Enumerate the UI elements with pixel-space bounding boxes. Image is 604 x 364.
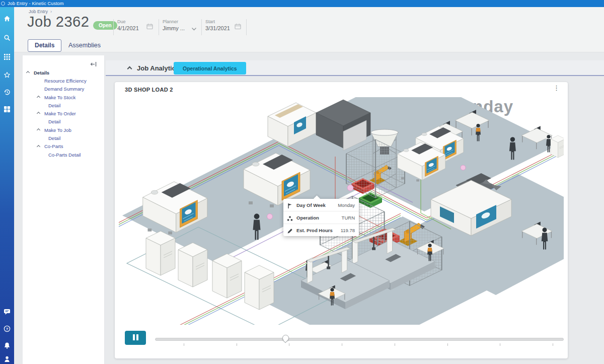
tree-caret-icon[interactable] [37, 145, 40, 149]
hierarchy-icon [287, 214, 293, 221]
tree-item-detail[interactable]: Detail [23, 118, 104, 126]
operational-analytics-button[interactable]: Operational Analytics [174, 62, 246, 75]
dashboard-icon[interactable] [4, 106, 11, 113]
slider-tick [553, 343, 553, 346]
kebab-menu-icon[interactable]: ⋮ [553, 85, 560, 91]
user-profile-icon[interactable] [4, 355, 11, 362]
app-window: Job Entry - Kinetic Custom ? Job Entry› … [0, 0, 604, 364]
tree-item-details[interactable]: Details [23, 68, 104, 77]
divider [201, 19, 202, 35]
tree-caret-icon[interactable] [26, 71, 30, 75]
page-title: Job 2362 [27, 14, 89, 30]
slider-tick [395, 343, 395, 346]
app-icon [1, 2, 5, 6]
flag-icon [287, 202, 293, 208]
calendar-icon[interactable] [235, 23, 241, 29]
tree-item-resource-efficiency[interactable]: Resource Efficiency [23, 77, 104, 85]
pen-icon [287, 227, 293, 233]
scene-tooltip: Day Of Week Monday Operation TURN Est. P… [283, 199, 359, 236]
feedback-chat-icon[interactable] [4, 308, 11, 315]
notifications-bell-icon[interactable] [4, 342, 11, 349]
page-header: Job Entry› Job 2362 Open Due 4/1/2021 Pl… [14, 7, 604, 52]
tooltip-row-operation: Operation TURN [283, 211, 359, 224]
tree-item-make-to-job[interactable]: Make To Job [23, 126, 104, 134]
window-title: Job Entry - Kinetic Custom [8, 1, 64, 6]
slider-tick [447, 343, 448, 346]
slider-tick [342, 343, 342, 346]
tab-assemblies[interactable]: Assemblies [68, 42, 101, 49]
slider-thumb[interactable] [282, 335, 289, 341]
electrical-cabinet [212, 254, 242, 298]
electrical-cabinet [178, 243, 207, 287]
chevron-down-icon[interactable] [191, 24, 198, 31]
pause-icon [133, 334, 138, 340]
tree-item-co-parts[interactable]: Co-Parts [23, 142, 104, 151]
tree-item-detail[interactable]: Detail [23, 134, 104, 142]
divider [246, 19, 247, 35]
divider [113, 19, 114, 35]
navigation-tree-panel: Details Resource Efficiency Demand Summa… [23, 55, 105, 364]
printer-cabinet [551, 135, 564, 158]
slider-tick [500, 343, 500, 346]
calendar-icon[interactable] [146, 23, 153, 29]
slider-track[interactable] [155, 338, 564, 341]
tree-item-demand-summary[interactable]: Demand Summary [23, 85, 104, 93]
tree-item-co-parts-detail[interactable]: Co-Parts Detail [23, 151, 104, 159]
card-title: 3D SHOP LOAD 2 [125, 87, 173, 93]
recent-history-icon[interactable] [4, 89, 11, 96]
favorites-star-icon[interactable] [4, 71, 11, 79]
section-title: Job Analytics [137, 64, 179, 72]
tree-caret-icon[interactable] [37, 128, 40, 132]
slider-tick [237, 343, 237, 346]
tab-details[interactable]: Details [28, 39, 61, 52]
electrical-cabinet [146, 231, 175, 275]
slider-tick [289, 343, 289, 346]
tree-item-detail[interactable]: Detail [23, 101, 104, 109]
tooltip-row-est-prod-hours: Est. Prod Hours 119.78 [283, 224, 359, 236]
shop-load-card: 3D SHOP LOAD 2 ⋮ Monday [115, 82, 568, 358]
home-icon[interactable] [4, 15, 11, 22]
slider-tick [184, 343, 184, 346]
planner-field[interactable]: Planner Jimmy ... [163, 19, 185, 31]
apps-grid-icon[interactable] [4, 53, 11, 60]
window-titlebar: Job Entry - Kinetic Custom [0, 0, 604, 7]
electrical-cabinet [245, 265, 274, 310]
svg-text:?: ? [6, 327, 9, 331]
start-date-field[interactable]: Start 3/31/2021 [205, 19, 230, 31]
job-analytics-section-header: Job Analytics Operational Analytics [106, 60, 604, 76]
timeline-slider[interactable] [155, 336, 564, 347]
due-date-field[interactable]: Due 4/1/2021 [117, 19, 139, 31]
collapse-section-icon[interactable] [127, 66, 132, 71]
left-nav-rail: ? [0, 7, 14, 364]
tree-item-make-to-stock[interactable]: Make To Stock [23, 93, 104, 101]
divider [159, 19, 159, 35]
tree-item-make-to-order[interactable]: Make To Order [23, 109, 104, 117]
search-icon[interactable] [4, 34, 11, 41]
collapse-panel-icon[interactable] [90, 60, 97, 69]
tree-caret-icon[interactable] [37, 96, 40, 99]
tree-caret-icon[interactable] [37, 112, 40, 115]
tooltip-row-day-of-week: Day Of Week Monday [283, 199, 359, 211]
pause-button[interactable] [125, 331, 146, 345]
help-icon[interactable]: ? [4, 325, 11, 332]
